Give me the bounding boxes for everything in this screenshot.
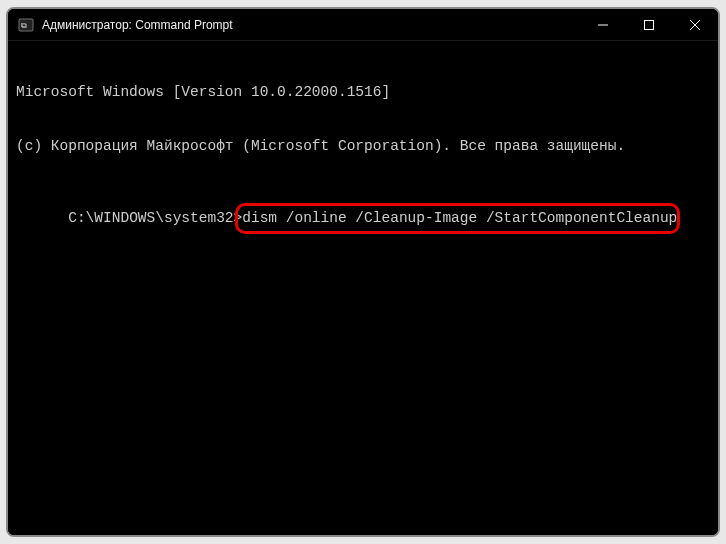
window-title: Администратор: Command Prompt — [42, 18, 233, 32]
close-button[interactable] — [672, 9, 718, 40]
terminal-prompt-line: C:\WINDOWS\system32>dism /online /Cleanu… — [68, 209, 677, 227]
terminal-area[interactable]: Microsoft Windows [Version 10.0.22000.15… — [8, 41, 718, 535]
titlebar[interactable]: ⧉ Администратор: Command Prompt — [8, 9, 718, 41]
terminal-output-line: Microsoft Windows [Version 10.0.22000.15… — [16, 83, 710, 101]
minimize-button[interactable] — [580, 9, 626, 40]
terminal-command: dism /online /Cleanup-Image /StartCompon… — [242, 210, 677, 226]
terminal-output-line: (c) Корпорация Майкрософт (Microsoft Cor… — [16, 137, 710, 155]
cmd-icon: ⧉ — [18, 17, 34, 33]
svg-text:⧉: ⧉ — [21, 21, 27, 30]
maximize-button[interactable] — [626, 9, 672, 40]
svg-rect-3 — [645, 20, 654, 29]
window-controls — [580, 9, 718, 40]
window-frame: ⧉ Администратор: Command Prompt Microsof… — [6, 7, 720, 537]
command-prompt-window: ⧉ Администратор: Command Prompt Microsof… — [8, 9, 718, 535]
terminal-prompt: C:\WINDOWS\system32> — [68, 210, 242, 226]
titlebar-left: ⧉ Администратор: Command Prompt — [8, 17, 233, 33]
